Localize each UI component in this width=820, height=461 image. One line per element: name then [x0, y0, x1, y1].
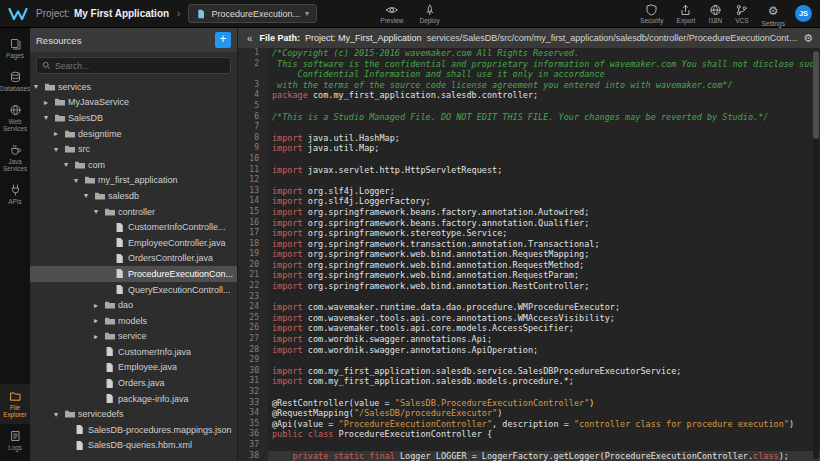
chevron-down-icon[interactable]: ▾: [54, 410, 64, 419]
code-line-22[interactable]: 22import org.springframework.web.bind.an…: [238, 281, 820, 292]
code-line-28[interactable]: 28import com.wordnik.swagger.annotations…: [238, 345, 820, 356]
code-line-10[interactable]: 10: [238, 154, 820, 165]
chevron-down-icon[interactable]: ▾: [54, 145, 64, 154]
tree-item-services[interactable]: ▾services: [30, 79, 237, 95]
code-line-31[interactable]: 31import com.my_first_application.salesd…: [238, 376, 820, 387]
chevron-down-icon[interactable]: ▾: [94, 207, 104, 216]
code-line-23[interactable]: 23: [238, 292, 820, 303]
chevron-right-icon[interactable]: ▸: [44, 98, 54, 107]
chevron-right-icon[interactable]: ▸: [94, 332, 104, 341]
export-button[interactable]: Export: [677, 4, 696, 24]
tree-item-myjavaservice[interactable]: ▸MyJavaService: [30, 95, 237, 111]
code-line-34[interactable]: 34@RequestMapping("/SalesDB/procedureExe…: [238, 408, 820, 419]
rail-item-pages[interactable]: Pages: [0, 32, 30, 65]
chevron-right-icon[interactable]: ▸: [94, 301, 104, 310]
tree-item-servicedefs[interactable]: ▾servicedefs: [30, 406, 237, 422]
code-line-35[interactable]: 35@Api(value = "ProcedureExecutionContro…: [238, 419, 820, 430]
code-line-17[interactable]: 17import org.springframework.stereotype.…: [238, 228, 820, 239]
chevron-right-icon[interactable]: ▸: [54, 129, 64, 138]
code-line-16[interactable]: 16import org.springframework.beans.facto…: [238, 218, 820, 229]
tree-item-employeecontroller-java[interactable]: EmployeeController.java: [30, 235, 237, 251]
chevron-right-icon[interactable]: ▸: [94, 316, 104, 325]
tree-item-orders-java[interactable]: Orders.java: [30, 375, 237, 391]
code-line-3[interactable]: 3 with the terms of the source code lice…: [238, 80, 820, 91]
code-line-20[interactable]: 20import org.springframework.web.bind.an…: [238, 260, 820, 271]
gear-icon[interactable]: ⚙: [803, 32, 813, 45]
rail-item-java-services[interactable]: Java Services: [0, 138, 30, 178]
tree-item-dao[interactable]: ▸dao: [30, 297, 237, 313]
preview-button[interactable]: Preview: [380, 4, 403, 24]
code-line-4[interactable]: 4package com.my_first_application.salesd…: [238, 90, 820, 101]
chevron-down-icon[interactable]: ▾: [44, 113, 54, 122]
tree-item-procedureexecutioncon[interactable]: ProcedureExecutionCon...: [30, 266, 237, 282]
rail-item-file-explorer[interactable]: File Explorer: [0, 384, 30, 424]
code-line-14[interactable]: 14import org.slf4j.LoggerFactory;: [238, 196, 820, 207]
code-line-12[interactable]: 12: [238, 175, 820, 186]
tree-item-src[interactable]: ▾src: [30, 141, 237, 157]
tree-item-orderscontroller-java[interactable]: OrdersController.java: [30, 251, 237, 267]
tree-item-package-info-java[interactable]: package-info.java: [30, 391, 237, 407]
code-line-33[interactable]: 33@RestController(value = "SalesDB.Proce…: [238, 398, 820, 409]
code-line-21[interactable]: 21import org.springframework.web.bind.an…: [238, 270, 820, 281]
code-line-37[interactable]: 37: [238, 440, 820, 451]
code-line-8[interactable]: 8import java.util.HashMap;: [238, 133, 820, 144]
chevron-down-icon[interactable]: ▾: [84, 191, 94, 200]
tree-item-com[interactable]: ▾com: [30, 157, 237, 173]
collapse-panel-icon[interactable]: «: [245, 33, 255, 44]
code-line-29[interactable]: 29: [238, 355, 820, 366]
vcs-button[interactable]: VCS: [735, 4, 748, 24]
wavemaker-logo-icon[interactable]: [8, 7, 28, 21]
code-line-15[interactable]: 15import org.springframework.beans.facto…: [238, 207, 820, 218]
tree-item-service[interactable]: ▸service: [30, 329, 237, 345]
code-line-5[interactable]: 5: [238, 101, 820, 112]
code-line-32[interactable]: 32: [238, 387, 820, 398]
rail-item-logs[interactable]: Logs: [0, 424, 30, 457]
deploy-button[interactable]: Deploy: [419, 4, 439, 24]
tree-item-salesdb-procedures-mappings-json[interactable]: SalesDB-procedures.mappings.json: [30, 422, 237, 438]
code-line-26[interactable]: 26import com.wavemaker.tools.api.core.mo…: [238, 323, 820, 334]
tree-item-customerinfocontrolle[interactable]: CustomerInfoControlle...: [30, 219, 237, 235]
search-input[interactable]: [55, 61, 225, 71]
tree-item-my-first-application[interactable]: ▾my_first_application: [30, 173, 237, 189]
i18n-button[interactable]: I18N: [708, 4, 722, 24]
open-file-dropdown[interactable]: ProcedureExecution... ▾: [188, 4, 317, 23]
tree-item-salesdb[interactable]: ▾salesdb: [30, 188, 237, 204]
tree-item-salesdb[interactable]: ▾SalesDB: [30, 110, 237, 126]
tree-item-customerinfo-java[interactable]: CustomerInfo.java: [30, 344, 237, 360]
code-line-11[interactable]: 11import javax.servlet.http.HttpServletR…: [238, 165, 820, 176]
editor-scrollbar-thumb[interactable]: [813, 51, 819, 139]
tree-item-salesdb-queries-hbm-xml[interactable]: SalesDB-queries.hbm.xml: [30, 438, 237, 454]
tree-item-designtime[interactable]: ▸designtime: [30, 126, 237, 142]
code-line-wrap[interactable]: Confidential Information and shall use i…: [238, 69, 820, 80]
code-line-9[interactable]: 9import java.util.Map;: [238, 143, 820, 154]
code-line-25[interactable]: 25import com.wavemaker.tools.api.core.an…: [238, 313, 820, 324]
search-box[interactable]: [36, 57, 231, 74]
security-button[interactable]: Security: [640, 4, 663, 24]
code-line-36[interactable]: 36public class ProcedureExecutionControl…: [238, 429, 820, 440]
rail-item-web-services[interactable]: Web Services: [0, 98, 30, 138]
editor-scrollbar[interactable]: [813, 49, 819, 459]
rail-item-databases[interactable]: Databases: [0, 65, 30, 98]
tree-item-employee-java[interactable]: Employee.java: [30, 360, 237, 376]
settings-button[interactable]: ⚙Settings: [762, 1, 786, 27]
tree-item-models[interactable]: ▸models: [30, 313, 237, 329]
code-line-13[interactable]: 13import org.slf4j.Logger;: [238, 186, 820, 197]
tree-item-queryexecutioncontroll[interactable]: QueryExecutionControll...: [30, 282, 237, 298]
code-line-1[interactable]: 1/*Copyright (c) 2015-2016 wavemaker.com…: [238, 48, 820, 59]
code-line-2[interactable]: 2 This software is the confidential and …: [238, 59, 820, 70]
code-line-38[interactable]: 38 private static final Logger LOGGER = …: [238, 451, 820, 461]
add-resource-button[interactable]: +: [215, 32, 231, 48]
user-avatar[interactable]: JS: [795, 5, 812, 22]
code-line-24[interactable]: 24import com.wavemaker.runtime.data.dao.…: [238, 302, 820, 313]
chevron-down-icon[interactable]: ▾: [64, 160, 74, 169]
tree-item-controller[interactable]: ▾controller: [30, 204, 237, 220]
code-line-19[interactable]: 19import org.springframework.web.bind.an…: [238, 249, 820, 260]
code-line-30[interactable]: 30import com.my_first_application.salesd…: [238, 366, 820, 377]
chevron-down-icon[interactable]: ▾: [34, 82, 44, 91]
code-line-27[interactable]: 27import com.wordnik.swagger.annotations…: [238, 334, 820, 345]
code-line-6[interactable]: 6/*This is a Studio Managed File. DO NOT…: [238, 112, 820, 123]
rail-item-apis[interactable]: APIs: [0, 178, 30, 211]
code-line-18[interactable]: 18import org.springframework.transaction…: [238, 239, 820, 250]
chevron-down-icon[interactable]: ▾: [74, 176, 84, 185]
code-line-7[interactable]: 7: [238, 122, 820, 133]
